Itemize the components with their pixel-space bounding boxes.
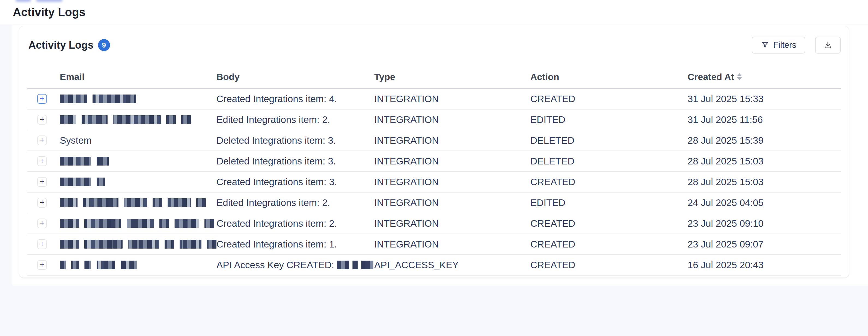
email-cell (60, 177, 216, 186)
expand-row-button[interactable]: + (37, 136, 47, 145)
redaction-block (164, 240, 174, 249)
action-cell: EDITED (530, 197, 688, 208)
email-cell (60, 240, 216, 249)
table-header-row: Email Body Type Action Created At (27, 65, 841, 89)
expand-row-button[interactable]: + (37, 177, 47, 187)
type-cell: API_ACCESS_KEY (374, 259, 530, 271)
redaction-block (60, 219, 79, 228)
redaction-block (181, 115, 191, 124)
type-cell: INTEGRATION (374, 156, 530, 167)
expand-cell: + (27, 239, 60, 249)
redacted-email (60, 261, 216, 269)
redaction-block (84, 219, 121, 228)
count-badge: 9 (98, 39, 110, 51)
redaction-block (128, 240, 159, 249)
column-created-at-label: Created At (688, 72, 734, 82)
redaction-block (127, 219, 154, 228)
expand-row-button[interactable]: + (37, 260, 47, 270)
expand-cell: + (27, 260, 60, 270)
redacted-email (60, 198, 216, 207)
redaction-block (97, 177, 105, 186)
action-cell: CREATED (530, 218, 688, 229)
expand-row-button[interactable]: + (37, 156, 47, 166)
redaction-block (71, 261, 79, 269)
redacted-email (60, 157, 216, 166)
table-row: +Created Integrations item: 3.INTEGRATIO… (27, 172, 841, 193)
body-cell: Created Integrations item: 3. (216, 176, 374, 187)
created-at-cell: 31 Jul 2025 11:56 (688, 114, 841, 125)
expand-row-button[interactable]: + (37, 219, 47, 228)
email-cell (60, 94, 216, 103)
action-cell: CREATED (530, 176, 688, 187)
redacted-email (60, 240, 216, 249)
redacted-email (60, 219, 216, 228)
redaction-block (60, 198, 78, 207)
created-at-cell: 31 Jul 2025 15:33 (688, 93, 841, 104)
body-cell: Edited Integrations item: 2. (216, 197, 374, 208)
redaction-block (60, 261, 66, 269)
column-action: Action (530, 72, 688, 82)
type-cell: INTEGRATION (374, 114, 530, 125)
redaction-block (159, 219, 169, 228)
table-row: +Edited Integrations item: 2.INTEGRATION… (27, 193, 841, 213)
redacted-email (60, 115, 216, 124)
expand-row-button[interactable]: + (37, 239, 47, 249)
column-body: Body (216, 72, 374, 82)
page-header: Activity Logs (0, 0, 868, 25)
expand-row-button[interactable]: + (37, 115, 47, 124)
redaction-block (337, 261, 349, 269)
download-button[interactable] (815, 37, 841, 54)
redaction-block (60, 94, 87, 103)
body-cell: API Access Key CREATED: (216, 259, 374, 271)
redaction-block (60, 115, 76, 124)
redaction-block (82, 115, 107, 124)
type-cell: INTEGRATION (374, 218, 530, 229)
expand-cell: + (27, 219, 60, 228)
redaction-block (352, 261, 358, 269)
action-cell: CREATED (530, 239, 688, 250)
expand-cell: + (27, 177, 60, 187)
table-row: +Created Integrations item: 2.INTEGRATIO… (27, 213, 841, 234)
column-type: Type (374, 72, 530, 82)
column-email: Email (60, 72, 216, 82)
page-background (0, 25, 12, 336)
body-text: API Access Key CREATED: (216, 259, 334, 271)
redaction-block (196, 198, 206, 207)
download-icon (823, 40, 833, 50)
redaction-block (84, 261, 91, 269)
action-cell: EDITED (530, 114, 688, 125)
created-at-cell: 28 Jul 2025 15:03 (688, 156, 841, 167)
redaction-block (180, 240, 202, 249)
table-body: +Created Integrations item: 4.INTEGRATIO… (27, 89, 841, 276)
redaction-block (60, 240, 79, 249)
redaction-block (84, 240, 123, 249)
created-at-cell: 23 Jul 2025 09:07 (688, 239, 841, 250)
column-created-at[interactable]: Created At (688, 72, 841, 82)
filters-button[interactable]: Filters (752, 37, 805, 54)
body-cell: Deleted Integrations item: 3. (216, 135, 374, 146)
body-cell: Created Integrations item: 4. (216, 93, 374, 104)
expand-row-button[interactable]: + (37, 198, 47, 207)
redaction-block (205, 219, 214, 228)
action-cell: CREATED (530, 93, 688, 104)
body-cell: Created Integrations item: 1. (216, 239, 374, 250)
redaction-block (97, 157, 109, 166)
expand-row-button[interactable]: + (37, 94, 47, 104)
redaction-block (175, 219, 199, 228)
redaction-block (93, 94, 136, 103)
page-title: Activity Logs (13, 0, 86, 25)
redacted-body-part (337, 261, 373, 269)
sort-arrows-icon[interactable] (737, 73, 742, 80)
action-cell: CREATED (530, 259, 688, 271)
type-cell: INTEGRATION (374, 135, 530, 146)
table-row: +Edited Integrations item: 2.INTEGRATION… (27, 110, 841, 130)
expand-cell: + (27, 156, 60, 166)
body-with-redaction: API Access Key CREATED: (216, 259, 374, 271)
redaction-block (124, 198, 147, 207)
body-cell: Created Integrations item: 2. (216, 218, 374, 229)
redaction-block (121, 261, 137, 269)
redaction-block (60, 177, 91, 186)
action-cell: DELETED (530, 135, 688, 146)
action-cell: DELETED (530, 156, 688, 167)
created-at-cell: 28 Jul 2025 15:03 (688, 176, 841, 187)
